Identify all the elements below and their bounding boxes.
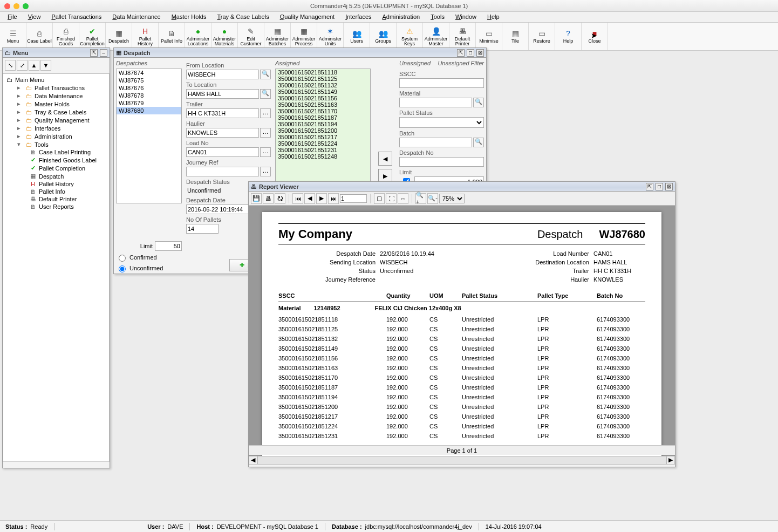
menu-window[interactable]: Window [450,12,482,22]
to-input[interactable] [186,89,259,99]
assigned-item[interactable]: 350001615021851132 [276,82,370,88]
sscc-input[interactable] [399,78,484,88]
detach-button[interactable]: ⇱ [90,49,98,57]
menu-view[interactable]: View [23,12,46,22]
menu-quality-management[interactable]: Quality Management [275,12,340,22]
toolbar-restore-button[interactable]: ▭Restore [529,23,555,50]
reload-button[interactable]: 🗘 [275,193,285,204]
page-input[interactable] [340,194,367,203]
pallets-input[interactable] [186,224,219,234]
maximize-button[interactable]: □ [656,183,663,190]
move-left-button[interactable]: ◀ [378,152,392,166]
tree-item[interactable]: ✔Pallet Completion [29,164,107,172]
toolbar-edit-customer-button[interactable]: ✎Edit Customer [238,23,264,50]
material-lookup-button[interactable]: 🔍 [473,98,484,107]
tree-item[interactable]: ▦Despatch [29,172,107,180]
trailer-lookup-button[interactable]: … [260,108,271,118]
tree-folder[interactable]: ▸🗀Interfaces [17,124,107,132]
toolbar-tile-button[interactable]: ▦Tile [502,23,529,50]
assigned-item[interactable]: 350001615021851170 [276,108,370,114]
print-button[interactable]: 🖶 [263,193,274,204]
haulier-lookup-button[interactable]: … [260,128,271,138]
tree-folder[interactable]: ▸🗀Administration [17,132,107,140]
scroll-right-button[interactable]: ▶ [666,456,675,465]
tree-item[interactable]: 🗎Pallet Info [29,188,107,195]
toolbar-groups-button[interactable]: 👥Groups [370,23,397,50]
tree-folder[interactable]: ▸🗀Data Maintenance [17,92,107,100]
fit-page-button[interactable]: ⛶ [386,193,397,204]
tree-down-button[interactable]: ▼ [40,60,51,71]
unconfirmed-radio[interactable] [119,265,126,272]
menu-interfaces[interactable]: Interfaces [340,12,377,22]
toolbar-administer-batches-button[interactable]: ▦Administer Batches [264,23,291,50]
tree-item[interactable]: HPallet History [29,180,107,188]
toolbar-pallet-completion-button[interactable]: ✔Pallet Completion [79,23,106,50]
prev-page-button[interactable]: ◀ [304,193,315,204]
toolbar-administer-units-button[interactable]: ✶Administer Units [317,23,344,50]
menu-administration[interactable]: Administration [377,12,426,22]
last-page-button[interactable]: ⏭ [328,193,339,204]
minimize-button[interactable]: – [100,49,107,57]
zoom-select[interactable]: 75% [439,194,465,203]
tree-folder[interactable]: ▸🗀Pallet Transactions [17,84,107,92]
maximize-button[interactable]: □ [467,49,474,57]
from-input[interactable] [186,70,259,79]
loadno-lookup-button[interactable]: … [260,147,271,157]
despatch-item[interactable]: WJ87676 [117,84,181,92]
menu-data-maintenance[interactable]: Data Maintenance [107,12,166,22]
menu-tools[interactable]: Tools [425,12,450,22]
fit-width-button[interactable]: ↔ [398,193,408,204]
assigned-item[interactable]: 350001615021851194 [276,121,370,127]
menu-tree[interactable]: 🗀Main Menu▸🗀Pallet Transactions▸🗀Data Ma… [3,73,110,462]
journey-lookup-button[interactable]: … [260,167,271,176]
assigned-item[interactable]: 350001615021851200 [276,127,370,134]
menu-help[interactable]: Help [482,12,505,22]
menu-tray---case-labels[interactable]: Tray & Case Labels [211,12,274,22]
from-lookup-button[interactable]: 🔍 [260,70,271,79]
scroll-left-button[interactable]: ◀ [249,456,257,465]
haulier-input[interactable] [186,128,259,138]
save-button[interactable]: 💾 [251,193,262,204]
toolbar-case-label-button[interactable]: ⎙Case Label [26,23,53,50]
toolbar-help-button[interactable]: ?Help [555,23,582,50]
menu-master-holds[interactable]: Master Holds [166,12,212,22]
window-controls[interactable] [4,3,29,9]
loadno-input[interactable] [186,147,259,157]
material-input[interactable] [399,98,472,107]
assigned-item[interactable]: 350001615021851224 [276,140,370,147]
toolbar-administer-locations-button[interactable]: ●Administer Locations [185,23,211,50]
report-canvas[interactable]: My Company Despatch WJ87680 Despatch Dat… [249,206,675,465]
despatch-item[interactable]: WJ87674 [117,69,181,77]
despatch-item[interactable]: WJ87680 [117,107,181,114]
zoom-in-button[interactable]: 🔍+ [415,193,426,204]
tree-folder[interactable]: ▸🗀Master Holds [17,100,107,108]
assigned-item[interactable]: 350001615021851149 [276,88,370,95]
confirmed-radio[interactable] [119,255,126,262]
tree-up-button[interactable]: ▲ [29,60,39,71]
toolbar-users-button[interactable]: 👥Users [344,23,370,50]
tree-folder[interactable]: ▸🗀Tray & Case Labels [17,108,107,116]
assigned-item[interactable]: 350001615021851217 [276,134,370,140]
trailer-input[interactable] [186,108,259,118]
toolbar-administer-materials-button[interactable]: ●Administer Materials [211,23,238,50]
next-page-button[interactable]: ▶ [316,193,327,204]
tree-folder[interactable]: ▸🗀Quality Management [17,116,107,124]
assigned-item[interactable]: 350001615021851163 [276,101,370,108]
toolbar-administer-process-button[interactable]: ▦Administer Process [291,23,317,50]
scrollbar-track[interactable] [257,456,666,465]
assigned-item[interactable]: 350001615021851156 [276,95,370,101]
menu-file[interactable]: File [2,12,23,22]
expand-all-button[interactable]: ⤡ [5,60,16,71]
close-button[interactable]: ⊠ [665,183,673,190]
despatch-item[interactable]: WJ87675 [117,77,181,84]
batch-input[interactable] [399,138,472,147]
tree-item[interactable]: 🗎Case Label Printing [29,148,107,156]
tree-folder[interactable]: ▾🗀Tools [17,140,107,148]
assigned-item[interactable]: 350001615021851187 [276,114,370,121]
toolbar-system-keys-button[interactable]: ⚠System Keys [397,23,423,50]
despatch-item[interactable]: WJ87679 [117,99,181,107]
assigned-item[interactable]: 350001615021851118 [276,69,370,76]
assigned-item[interactable]: 350001615021851248 [276,153,370,160]
toolbar-default-printer-button[interactable]: 🖶Default Printer [449,23,476,50]
tree-item[interactable]: ✔Finished Goods Label [29,156,107,164]
